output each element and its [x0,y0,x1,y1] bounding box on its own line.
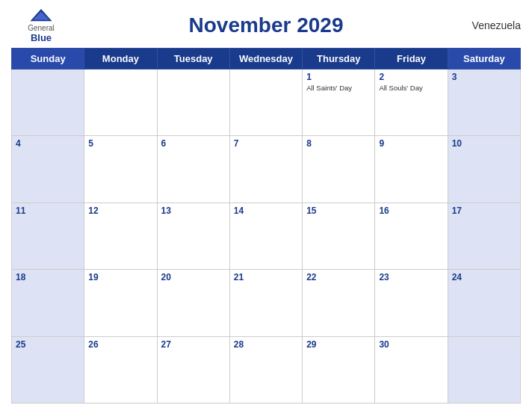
day-number: 13 [161,206,226,216]
header-wednesday: Wednesday [229,49,302,69]
calendar-cell: 22 [303,270,375,336]
day-event: All Souls' Day [379,84,443,92]
day-number: 5 [88,138,152,149]
logo-general-text: General [28,24,55,32]
day-number: 15 [306,206,371,216]
calendar-cell: 5 [84,136,157,203]
header-monday: Monday [84,49,157,69]
calendar-cell: 17 [448,203,520,269]
calendar-cell: 30 [375,336,448,403]
calendar-cell: 6 [157,136,229,203]
day-number: 12 [88,206,152,216]
day-number: 28 [234,339,298,350]
day-number: 21 [234,272,298,282]
calendar-cell: 8 [303,136,375,203]
header-friday: Friday [375,49,448,69]
header-tuesday: Tuesday [157,49,229,69]
calendar-cell: 12 [84,203,157,269]
day-number: 25 [16,339,80,350]
logo: General Blue [11,7,71,43]
calendar-cell: 11 [12,203,84,269]
week-row-2: 45678910 [12,136,521,203]
calendar-cell: 20 [157,270,229,336]
calendar-cell: 27 [157,336,229,403]
week-row-5: 252627282930 [12,336,521,403]
day-number: 6 [161,138,226,149]
day-number: 7 [234,138,298,149]
calendar-cell: 1All Saints' Day [303,69,375,136]
day-number: 24 [452,272,516,282]
calendar-cell [84,69,157,136]
country-label: Venezuela [461,19,521,31]
calendar-cell: 13 [157,203,229,269]
day-number: 30 [379,339,443,350]
calendar-cell: 16 [375,203,448,269]
calendar-cell: 3 [448,69,520,136]
day-number: 1 [306,72,371,82]
calendar-cell [229,69,302,136]
calendar-cell: 18 [12,270,84,336]
calendar-cell: 14 [229,203,302,269]
calendar-title: November 2029 [188,13,343,37]
logo-icon [26,7,56,24]
calendar-cell: 7 [229,136,302,203]
day-number: 4 [16,138,80,149]
calendar-cell: 29 [303,336,375,403]
day-number: 27 [161,339,226,350]
calendar-cell [157,69,229,136]
day-number: 23 [379,272,443,282]
day-event: All Saints' Day [306,84,371,92]
header-sunday: Sunday [12,49,84,69]
calendar-cell: 25 [12,336,84,403]
header-thursday: Thursday [303,49,375,69]
day-number: 22 [306,272,371,282]
calendar-table: SundayMondayTuesdayWednesdayThursdayFrid… [11,48,521,404]
week-row-1: 1All Saints' Day2All Souls' Day3 [12,69,521,136]
logo-blue-text: Blue [31,32,52,43]
calendar-cell: 21 [229,270,302,336]
week-row-4: 18192021222324 [12,270,521,336]
day-number: 10 [452,138,516,149]
day-number: 16 [379,206,443,216]
day-number: 8 [306,138,371,149]
day-headers-row: SundayMondayTuesdayWednesdayThursdayFrid… [12,49,521,69]
day-number: 20 [161,272,226,282]
week-row-3: 11121314151617 [12,203,521,269]
calendar-cell: 9 [375,136,448,203]
calendar-cell: 10 [448,136,520,203]
calendar-cell: 23 [375,270,448,336]
day-number: 18 [16,272,80,282]
calendar-cell: 24 [448,270,520,336]
calendar-cell: 2All Souls' Day [375,69,448,136]
day-number: 3 [452,72,516,82]
calendar-cell: 15 [303,203,375,269]
day-number: 19 [88,272,152,282]
day-number: 17 [452,206,516,216]
day-number: 2 [379,72,443,82]
day-number: 9 [379,138,443,149]
calendar-cell: 19 [84,270,157,336]
day-number: 14 [234,206,298,216]
calendar-cell: 28 [229,336,302,403]
header-saturday: Saturday [448,49,520,69]
day-number: 11 [16,206,80,216]
calendar-cell [12,69,84,136]
day-number: 29 [306,339,371,350]
calendar-cell: 26 [84,336,157,403]
calendar-cell [448,336,520,403]
calendar-cell: 4 [12,136,84,203]
calendar-header: General Blue November 2029 Venezuela [11,7,521,43]
day-number: 26 [88,339,152,350]
